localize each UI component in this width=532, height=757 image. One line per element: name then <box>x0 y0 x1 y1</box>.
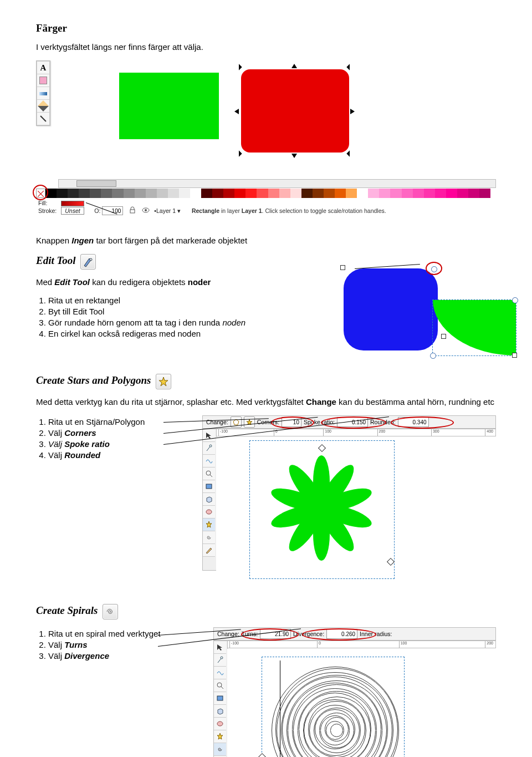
blue-rounded-rect[interactable] <box>344 268 438 350</box>
swatch[interactable] <box>446 189 457 198</box>
arc-node-left[interactable] <box>430 353 436 359</box>
swatch[interactable] <box>402 189 413 198</box>
swatch[interactable] <box>135 189 146 198</box>
swatch[interactable] <box>268 189 279 198</box>
tool-ellipse[interactable] <box>203 506 215 519</box>
swatch[interactable] <box>379 189 390 198</box>
tool-pencil[interactable] <box>37 100 50 113</box>
tool-ellipse[interactable] <box>214 718 226 730</box>
tool-text[interactable]: A <box>37 61 50 74</box>
tool-node[interactable] <box>214 654 226 667</box>
swatch[interactable] <box>435 189 446 198</box>
star-flower-shape[interactable] <box>260 447 382 569</box>
swatch[interactable] <box>79 189 90 198</box>
tool-tweak[interactable] <box>203 455 215 468</box>
handle-sw[interactable] <box>236 150 242 156</box>
canvas-green-rect[interactable] <box>119 73 219 139</box>
swatch[interactable] <box>368 189 379 198</box>
spiral-ring <box>272 667 399 757</box>
svg-point-15 <box>217 683 222 687</box>
tool-3dbox[interactable] <box>214 705 226 718</box>
swatch[interactable] <box>168 189 179 198</box>
tool-star[interactable] <box>214 730 226 743</box>
swatch[interactable] <box>390 189 401 198</box>
spiral-shape[interactable] <box>272 665 399 757</box>
horizontal-scrollbar[interactable] <box>58 179 496 188</box>
lock-icon[interactable] <box>129 206 136 214</box>
swatch[interactable] <box>223 189 234 198</box>
swatch[interactable] <box>101 189 112 198</box>
swatch[interactable] <box>257 189 268 198</box>
swatch[interactable] <box>157 189 168 198</box>
swatch[interactable] <box>112 189 123 198</box>
green-arc[interactable] <box>433 300 516 355</box>
swatch[interactable] <box>468 189 479 198</box>
tool-zoom[interactable] <box>214 679 226 692</box>
spiral-step-3: Välj Divergence <box>48 651 202 661</box>
handle-e[interactable] <box>350 109 355 114</box>
handle-se[interactable] <box>346 150 352 156</box>
swatch[interactable] <box>201 189 212 198</box>
handle-s[interactable] <box>291 154 297 158</box>
tool-selector[interactable] <box>214 641 226 654</box>
handle-n[interactable] <box>291 64 297 68</box>
fill-swatch[interactable] <box>61 201 84 206</box>
toolbox-vertical-stars <box>202 429 217 571</box>
tool-selector[interactable] <box>203 429 215 442</box>
swatch[interactable] <box>90 189 101 198</box>
box3d-icon <box>205 495 213 503</box>
swatch[interactable] <box>124 189 135 198</box>
arc-node-corner[interactable] <box>512 353 517 358</box>
swatch[interactable] <box>212 189 223 198</box>
swatch[interactable] <box>234 189 245 198</box>
swatch[interactable] <box>424 189 435 198</box>
svg-point-8 <box>209 445 212 447</box>
scrollbar-thumb[interactable] <box>76 180 116 187</box>
tool-rectangle[interactable] <box>37 74 50 87</box>
swatch[interactable] <box>346 189 357 198</box>
tool-rect[interactable] <box>203 480 215 493</box>
swatch[interactable] <box>479 189 490 198</box>
swatch[interactable] <box>324 189 335 198</box>
swatch[interactable] <box>413 189 424 198</box>
canvas-spiral[interactable] <box>227 649 496 757</box>
tool-node[interactable] <box>203 442 215 455</box>
swatch[interactable] <box>290 189 301 198</box>
swatch[interactable] <box>279 189 290 198</box>
swatch[interactable] <box>335 189 346 198</box>
handle-ne[interactable] <box>346 64 352 70</box>
node-square-tl[interactable] <box>340 265 345 270</box>
magnifier-icon <box>205 470 213 477</box>
swatch[interactable] <box>190 189 201 198</box>
opacity-input[interactable] <box>102 206 123 215</box>
swatch[interactable] <box>357 189 368 198</box>
canvas-red-rect-selected[interactable] <box>241 69 349 153</box>
stroke-unset[interactable]: Unset <box>61 207 84 215</box>
swatch[interactable] <box>457 189 468 198</box>
swatch[interactable] <box>57 189 68 198</box>
tool-spiral-active[interactable] <box>214 743 226 756</box>
canvas-stars[interactable] <box>216 437 496 571</box>
eye-icon[interactable] <box>142 206 150 214</box>
mode-star-button[interactable] <box>244 416 255 428</box>
handle-w[interactable] <box>234 109 239 114</box>
tool-dropper[interactable] <box>37 113 50 125</box>
swatch[interactable] <box>68 189 79 198</box>
tool-pencil2[interactable] <box>203 544 215 557</box>
swatch[interactable] <box>179 189 190 198</box>
swatch[interactable] <box>313 189 324 198</box>
tool-gradient[interactable] <box>37 87 50 100</box>
tool-rect[interactable] <box>214 692 226 705</box>
tool-star-active[interactable] <box>203 519 215 531</box>
tool-3dbox[interactable] <box>203 493 215 506</box>
tool-zoom[interactable] <box>203 468 215 480</box>
swatch[interactable] <box>146 189 157 198</box>
swatch[interactable] <box>301 189 313 198</box>
tool-spiral[interactable] <box>203 531 215 544</box>
layer-label[interactable]: Layer 1 <box>156 207 176 214</box>
arc-node-top[interactable] <box>512 297 518 303</box>
canvas[interactable] <box>58 62 490 178</box>
swatch[interactable] <box>245 189 257 198</box>
tool-tweak[interactable] <box>214 667 226 679</box>
handle-nw[interactable] <box>236 64 242 70</box>
